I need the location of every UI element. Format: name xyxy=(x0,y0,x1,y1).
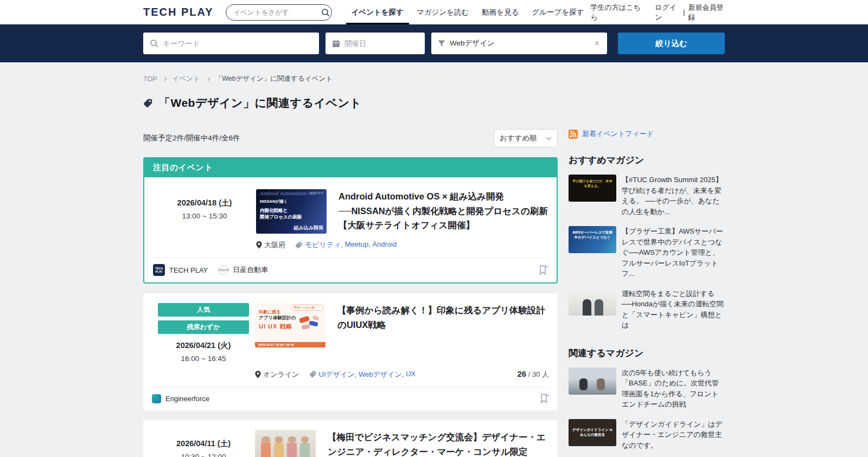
magazine-title: 【#TUC Growth Summit 2025】学び続ける者だけが、未来を変え… xyxy=(622,175,725,217)
nav-find-events[interactable]: イベントを探す xyxy=(345,0,410,24)
event-tag[interactable]: Meetup xyxy=(345,240,373,250)
thumb-text: 印象に残る xyxy=(259,310,280,314)
nav-watch-videos[interactable]: 動画を見る xyxy=(475,0,525,24)
event-date: 2026/04/11 (土) xyxy=(152,439,255,449)
thumb-text: 事例から読み解く！ xyxy=(291,305,323,311)
organizer-link[interactable]: TECH PLAY xyxy=(169,266,208,274)
event-time: 10:30 ~ 12:00 xyxy=(152,453,255,457)
magazine-thumbnail xyxy=(569,288,616,316)
filter-submit-button[interactable]: 絞り込む xyxy=(618,33,725,54)
signup-link[interactable]: 新規会員登録 xyxy=(688,3,725,22)
sort-select[interactable]: おすすめ順 xyxy=(494,129,558,147)
tag-icon xyxy=(309,371,316,378)
clear-filter-icon[interactable]: × xyxy=(593,38,601,48)
thumb-brand-text: NISSAN xyxy=(310,191,323,195)
bookmark-icon[interactable] xyxy=(539,265,548,275)
event-title-link[interactable]: 【事例から読み解く！】印象に残るアプリ体験設計のUIUX戦略 xyxy=(337,303,549,332)
date-input[interactable] xyxy=(344,40,418,48)
techplay-logo[interactable]: TECH PLAY xyxy=(143,6,214,18)
header-search-input[interactable] xyxy=(234,9,321,16)
organizer-link[interactable]: Engineerforce xyxy=(165,395,209,403)
funnel-icon xyxy=(438,40,445,47)
login-link[interactable]: ログイン xyxy=(655,3,680,22)
tag-icon xyxy=(295,242,302,249)
tag-icon xyxy=(143,99,152,108)
organizer-link[interactable]: 日産自動車 xyxy=(233,265,268,275)
few-seats-badge: 残席わずか xyxy=(158,320,249,334)
event-time: 13:00 ~ 15:30 xyxy=(153,212,256,220)
location-pin-icon xyxy=(255,371,261,378)
breadcrumb-current: 「Webデザイン」に関連するイベント xyxy=(215,74,333,83)
chevron-down-icon xyxy=(546,137,552,140)
breadcrumb: TOP イベント 「Webデザイン」に関連するイベント xyxy=(143,62,725,83)
event-date-block: 人気 残席わずか 2026/04/21 (火) 16:00 ~ 16:45 xyxy=(152,303,255,363)
search-icon[interactable] xyxy=(321,8,330,17)
event-thumbnail[interactable]: 事例から読み解く！ 印象に残る アプリ体験設計の UI UX 戦略 2026.0… xyxy=(255,303,326,347)
magazine-item[interactable]: 学び続ける者だけが、未来を変える。 【#TUC Growth Summit 20… xyxy=(569,175,725,217)
event-tag[interactable]: UIデザイン xyxy=(319,370,359,379)
calendar-icon xyxy=(332,40,340,48)
magazine-title: 【ブラザー工業】AWSサーバーレスで世界中のデバイスとつなぐ──AWSアカウント… xyxy=(622,226,725,279)
new-event-feed-link[interactable]: 新着イベントフィード xyxy=(582,129,654,139)
student-link[interactable]: 学生の方はこちら xyxy=(591,3,641,22)
header-right: 学生の方はこちら ログイン | 新規会員登録 xyxy=(591,3,725,22)
event-tag[interactable]: Webデザイン xyxy=(359,370,406,379)
event-date-block: 2026/04/18 (土) 13:00 ~ 15:30 xyxy=(153,189,256,220)
magazine-item[interactable]: 運転空間をまるごと設計する──Hondaが描く未来の運転空間と「スマートキャビン… xyxy=(569,288,725,331)
event-date-block: 2026/04/11 (土) 10:30 ~ 12:00 xyxy=(152,430,255,457)
thumb-banner-text: 2026.04.21 16:00~16:45 xyxy=(255,342,326,347)
top-header: TECH PLAY イベントを探す マガジンを読む 動画を見る グループを探す … xyxy=(0,0,868,24)
thumb-text: 内製化戦略と xyxy=(260,208,288,214)
sidebar: 新着イベントフィード おすすめマガジン 学び続ける者だけが、未来を変える。 【#… xyxy=(569,129,725,457)
main-nav: イベントを探す マガジンを読む 動画を見る グループを探す xyxy=(345,0,591,24)
nav-read-magazine[interactable]: マガジンを読む xyxy=(410,0,475,24)
filter-bar: × 絞り込む xyxy=(0,24,868,62)
breadcrumb-top[interactable]: TOP xyxy=(143,75,157,83)
thumb-people xyxy=(259,436,311,457)
event-date: 2026/04/18 (土) xyxy=(153,198,256,208)
keyword-filter[interactable] xyxy=(143,33,319,54)
thumb-decoration xyxy=(298,316,322,332)
event-location: 大阪府 xyxy=(264,240,285,250)
thumb-text: 組み込み開発 xyxy=(294,224,323,231)
magazine-thumbnail: AWSサーバーレスで世界中のデバイスとつなぐ xyxy=(569,226,616,253)
keyword-input[interactable] xyxy=(163,40,312,48)
magazine-thumbnail: デザインガイドライン is みんなの救世主 xyxy=(569,419,616,446)
event-thumbnail[interactable]: OSAKAplus 交流会 "次の一手"を求める人が集う。 xyxy=(255,430,316,457)
magazine-item[interactable]: 次の5年も使い続けてもらう「BASE」のために。次世代管理画面を1から作る、フロ… xyxy=(569,368,725,410)
event-title-link[interactable]: 【梅田でビジネスマッチング交流会】デザイナー・エンジニア・ディレクター・マーケ・… xyxy=(328,430,549,457)
event-time: 16:00 ~ 16:45 xyxy=(152,355,255,363)
search-icon xyxy=(150,39,158,48)
thumb-text: 開発プロセスの刷新 xyxy=(260,214,323,221)
magazine-thumbnail xyxy=(569,368,616,395)
event-tag[interactable]: UX xyxy=(406,370,416,379)
techplay-org-logo: TECHPLAY xyxy=(153,264,165,276)
related-magazine-heading: 関連するマガジン xyxy=(569,347,725,359)
event-card: 人気 残席わずか 2026/04/21 (火) 16:00 ~ 16:45 事例… xyxy=(143,293,558,410)
featured-label: 注目のイベント xyxy=(144,158,557,177)
sort-select-value: おすすめ順 xyxy=(500,133,537,143)
event-thumbnail[interactable]: Android Automotive OS NISSAN NISSANが描く 内… xyxy=(256,189,327,234)
rss-icon xyxy=(569,130,578,139)
tag-filter[interactable]: × xyxy=(431,33,607,54)
date-filter[interactable] xyxy=(326,33,425,54)
magazine-item[interactable]: AWSサーバーレスで世界中のデバイスとつなぐ 【ブラザー工業】AWSサーバーレス… xyxy=(569,226,725,279)
magazine-item[interactable]: デザインガイドライン is みんなの救世主 「デザインガイドライン」はデザイナー… xyxy=(569,419,725,451)
thumb-ghost-text: Android Automotive OS xyxy=(260,191,315,196)
tag-filter-input[interactable] xyxy=(450,40,593,48)
nav-find-groups[interactable]: グループを探す xyxy=(525,0,590,24)
event-tag[interactable]: Android xyxy=(372,240,397,250)
featured-event-card: 注目のイベント 2026/04/18 (土) 13:00 ~ 15:30 And… xyxy=(143,157,558,284)
magazine-thumbnail: 学び続ける者だけが、未来を変える。 xyxy=(569,175,616,202)
event-tag[interactable]: モビリティ xyxy=(305,240,345,250)
event-card: 2026/04/11 (土) 10:30 ~ 12:00 OSAKAplus 交… xyxy=(143,420,558,457)
event-count-text: 開催予定2件/開催中4件/全6件 xyxy=(143,133,240,143)
breadcrumb-events[interactable]: イベント xyxy=(172,74,200,83)
login-separator: | xyxy=(683,8,685,16)
page-title: 「Webデザイン」に関連するイベント xyxy=(159,95,361,111)
event-title-link[interactable]: Android Automotive OS × 組み込み開発 ──NISSANが… xyxy=(339,189,548,233)
recommended-magazine-heading: おすすめマガジン xyxy=(569,154,725,166)
bookmark-icon[interactable] xyxy=(540,394,549,404)
magazine-title: 「デザインガイドライン」はデザイナー・エンジニアの救世主なのです。 xyxy=(622,419,725,451)
header-search[interactable] xyxy=(226,4,332,21)
